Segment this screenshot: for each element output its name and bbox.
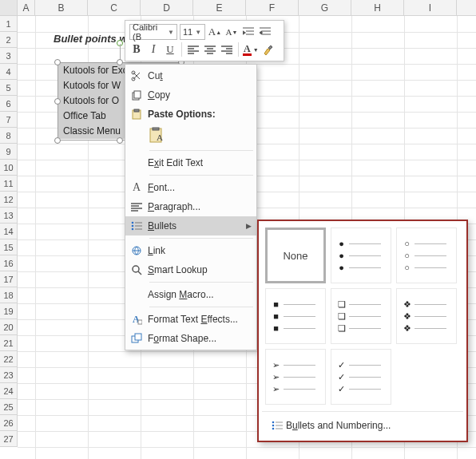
col-header-b[interactable]: B — [35, 0, 88, 15]
link-icon — [125, 241, 148, 260]
menu-smart-lookup[interactable]: Smart Lookup — [125, 260, 256, 279]
row-header[interactable]: 24 — [0, 383, 17, 399]
bullets-icon — [268, 421, 286, 430]
paste-option-keep-text[interactable]: A — [125, 124, 256, 148]
row-header[interactable]: 9 — [0, 144, 17, 160]
menu-font[interactable]: A Font... — [125, 178, 256, 197]
font-size-combo[interactable]: 11▼ — [180, 24, 205, 40]
bullet-option-arrow[interactable]: ➢ ➢ ➢ — [265, 349, 326, 405]
menu-bullets[interactable]: Bullets ▶ — [125, 216, 256, 235]
row-header[interactable]: 10 — [0, 160, 17, 176]
menu-label: Paragraph... — [148, 201, 252, 212]
paste-icon — [125, 105, 148, 124]
row-header[interactable]: 6 — [0, 96, 17, 112]
align-left-button[interactable] — [186, 42, 200, 57]
text-effects-icon: A — [125, 310, 148, 329]
grow-font-button[interactable]: A▲ — [208, 24, 222, 40]
menu-exit-edit-text[interactable]: Exit Edit Text — [125, 153, 256, 172]
resize-handle[interactable] — [117, 59, 123, 65]
menu-format-shape[interactable]: Format Shape... — [125, 329, 256, 348]
col-header-c[interactable]: C — [88, 0, 141, 15]
menu-paragraph[interactable]: Paragraph... — [125, 197, 256, 216]
menu-cut[interactable]: Cut — [125, 66, 256, 85]
chevron-right-icon: ▶ — [246, 222, 252, 230]
bullet-option-hollow-round[interactable]: ○ ○ ○ — [396, 228, 457, 283]
row-header[interactable]: 25 — [0, 399, 17, 415]
row-header[interactable]: 1 — [0, 16, 17, 32]
font-name-value: Calibri (B — [133, 22, 165, 42]
menu-assign-macro[interactable]: Assign Macro... — [125, 285, 256, 304]
bullet-option-filled-square[interactable]: ■ ■ ■ — [265, 288, 326, 344]
row-header[interactable]: 12 — [0, 192, 17, 208]
resize-handle[interactable] — [54, 137, 61, 144]
bullet-option-none[interactable]: None — [265, 228, 326, 283]
decrease-indent-button[interactable] — [241, 24, 256, 40]
align-left-icon — [188, 45, 199, 54]
row-header[interactable]: 15 — [0, 239, 17, 255]
menu-label: Bullets and Numbering... — [286, 420, 391, 431]
row-header[interactable]: 16 — [0, 255, 17, 271]
row-header[interactable]: 21 — [0, 335, 17, 351]
search-icon — [125, 260, 148, 279]
bold-button[interactable]: B — [129, 42, 144, 57]
format-painter-button[interactable] — [261, 42, 276, 57]
resize-handle[interactable] — [117, 137, 123, 144]
row-header[interactable]: 2 — [0, 32, 17, 48]
row-header[interactable]: 8 — [0, 128, 17, 144]
decrease-indent-icon — [243, 27, 254, 37]
increase-indent-button[interactable] — [258, 24, 272, 40]
column-headers: A B C D E F G H I — [0, 0, 476, 16]
row-header[interactable]: 11 — [0, 176, 17, 192]
row-header[interactable]: 26 — [0, 415, 17, 431]
bullet-option-check[interactable]: ✓ ✓ ✓ — [331, 349, 391, 405]
row-header[interactable]: 27 — [0, 431, 17, 447]
col-header-d[interactable]: D — [141, 0, 193, 15]
align-center-icon — [204, 45, 216, 54]
row-header[interactable]: 19 — [0, 303, 17, 319]
resize-handle[interactable] — [54, 98, 61, 105]
underline-button[interactable]: U — [163, 42, 177, 57]
menu-label: Exit Edit Text — [148, 157, 252, 168]
row-header[interactable]: 7 — [0, 112, 17, 128]
font-color-button[interactable]: A▼ — [243, 42, 259, 57]
menu-label: Format Shape... — [148, 333, 252, 344]
row-header[interactable]: 20 — [0, 319, 17, 335]
row-header[interactable]: 14 — [0, 224, 17, 239]
menu-copy[interactable]: Copy — [125, 85, 256, 105]
svg-point-10 — [132, 225, 134, 228]
row-header[interactable]: 13 — [0, 208, 17, 224]
row-header[interactable]: 4 — [0, 64, 17, 80]
bullets-and-numbering[interactable]: Bullets and Numbering... — [265, 417, 460, 434]
row-header[interactable]: 5 — [0, 80, 17, 96]
select-all-corner[interactable] — [0, 0, 18, 15]
col-header-f[interactable]: F — [246, 0, 299, 15]
col-header-i[interactable]: I — [404, 0, 457, 15]
italic-button[interactable]: I — [146, 42, 161, 57]
row-header[interactable]: 3 — [0, 48, 17, 64]
bullet-option-filled-round[interactable]: ● ● ● — [331, 228, 391, 283]
menu-label: Copy — [148, 89, 252, 101]
row-header[interactable]: 23 — [0, 367, 17, 383]
chevron-down-icon: ▼ — [168, 29, 174, 36]
align-center-button[interactable] — [203, 42, 217, 57]
col-header-e[interactable]: E — [193, 0, 246, 15]
shrink-font-button[interactable]: A▼ — [224, 24, 239, 40]
menu-link[interactable]: Link — [125, 241, 256, 260]
col-header-h[interactable]: H — [351, 0, 404, 15]
row-header[interactable]: 18 — [0, 287, 17, 303]
bullets-submenu: None ● ● ● ○ ○ ○ ■ ■ ■ ❏ ❏ ❏ ❖ ❖ ❖ ➢ ➢ — [257, 220, 468, 442]
col-header-g[interactable]: G — [299, 0, 351, 15]
bullet-option-hollow-square[interactable]: ❏ ❏ ❏ — [331, 288, 391, 344]
col-header-a[interactable]: A — [18, 0, 35, 15]
svg-point-13 — [133, 266, 139, 272]
menu-label: Bullets — [148, 220, 243, 231]
row-header[interactable]: 22 — [0, 351, 17, 367]
align-right-button[interactable] — [220, 42, 234, 57]
row-header[interactable]: 17 — [0, 271, 17, 287]
chevron-down-icon: ▼ — [253, 47, 259, 53]
menu-format-text-effects[interactable]: A Format Text Effects... — [125, 310, 256, 329]
resize-handle[interactable] — [54, 59, 61, 65]
bullet-option-diamond[interactable]: ❖ ❖ ❖ — [396, 288, 457, 344]
font-size-value: 11 — [183, 27, 192, 37]
font-name-combo[interactable]: Calibri (B▼ — [129, 24, 177, 40]
